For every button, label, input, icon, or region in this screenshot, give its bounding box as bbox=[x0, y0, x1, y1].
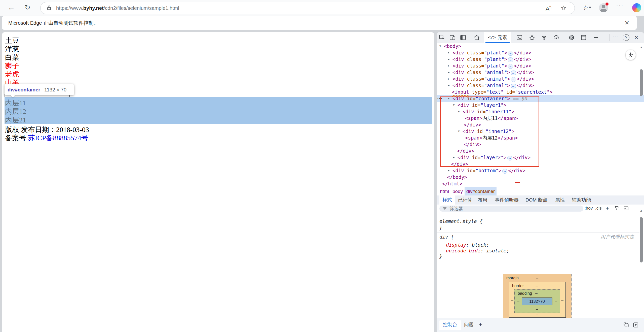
element-highlight-overlay: 内层11内层12内层21 bbox=[5, 97, 432, 124]
expander-right-icon[interactable]: ▸ bbox=[448, 167, 450, 174]
expander-right-icon[interactable]: ▸ bbox=[448, 82, 450, 89]
inline-expand-badge[interactable]: … bbox=[511, 71, 516, 75]
inline-expand-badge[interactable]: … bbox=[502, 169, 508, 174]
memory-chip-icon[interactable] bbox=[569, 34, 575, 41]
settings-menu-icon[interactable]: ··· bbox=[616, 2, 624, 9]
dom-row[interactable]: ▸<div class="plant">…</div> bbox=[437, 49, 644, 56]
div-selector[interactable]: div { bbox=[439, 234, 454, 240]
boxmodel-padding[interactable]: padding – – – – 1132×70 bbox=[514, 289, 560, 313]
inline-expand-badge[interactable]: … bbox=[508, 64, 513, 69]
dom-token: "text" bbox=[486, 89, 504, 95]
annotation-red-rectangle bbox=[440, 96, 539, 167]
format-brush-icon[interactable] bbox=[614, 206, 619, 212]
tab-elements[interactable]: </> 元素 bbox=[484, 32, 511, 43]
more-tabs-plus-icon[interactable] bbox=[593, 34, 599, 41]
dom-token: "plant" bbox=[484, 56, 504, 62]
performance-gauge-icon[interactable] bbox=[553, 34, 559, 41]
expander-right-icon[interactable]: ▸ bbox=[448, 56, 450, 62]
inspect-element-icon[interactable] bbox=[439, 34, 445, 41]
breadcrumb-item[interactable]: div#container bbox=[465, 187, 497, 196]
dom-token: > bbox=[504, 50, 507, 55]
dom-token: > bbox=[550, 89, 552, 95]
url-text[interactable]: https://www.byhy.net/cdn2/files/selenium… bbox=[56, 5, 179, 11]
inline-expand-badge[interactable]: … bbox=[508, 57, 513, 62]
breadcrumb-item[interactable]: html bbox=[438, 187, 451, 196]
read-aloud-icon[interactable]: A)) bbox=[546, 6, 551, 12]
dom-token: </div> bbox=[514, 56, 531, 62]
favorite-star-icon[interactable]: ☆ bbox=[561, 4, 566, 12]
styles-tab-item[interactable]: 事件侦听器 bbox=[492, 195, 522, 205]
drawer-tab[interactable]: 控制台 bbox=[439, 320, 461, 330]
dock-preview-icon[interactable] bbox=[623, 322, 629, 329]
dom-token: </html> bbox=[442, 181, 462, 186]
dom-row[interactable]: </body> bbox=[437, 174, 644, 180]
dom-token: > bbox=[507, 76, 510, 82]
favorites-list-icon[interactable]: ☆≡ bbox=[583, 4, 591, 12]
dom-row[interactable]: ▸<div class="plant">…</div> bbox=[437, 62, 644, 69]
styles-scrollbar-thumb[interactable] bbox=[640, 217, 643, 262]
boxmodel-content[interactable]: 1132×70 bbox=[522, 297, 552, 305]
inline-expand-badge[interactable]: … bbox=[511, 84, 516, 88]
icp-link[interactable]: 苏ICP备88885574号 bbox=[28, 134, 88, 142]
refresh-icon[interactable]: ↻ bbox=[25, 3, 30, 12]
toggle-class-editor[interactable]: .cls bbox=[595, 206, 602, 211]
dom-row[interactable]: ▸<div class="animal">…</div> bbox=[437, 69, 644, 76]
page-viewport: 内层11内层12内层21 div#container 1132 × 70 版权 … bbox=[2, 32, 434, 332]
dom-token: class= bbox=[464, 76, 484, 82]
styles-tab-item[interactable]: 属性 bbox=[552, 195, 568, 205]
accessibility-floating-button[interactable] bbox=[626, 50, 636, 60]
expander-right-icon[interactable]: ▸ bbox=[448, 69, 450, 76]
toggle-hover-state[interactable]: :hov bbox=[585, 206, 593, 211]
expander-right-icon[interactable]: ▸ bbox=[448, 49, 450, 56]
styles-filter-input[interactable]: 筛选器 bbox=[439, 206, 583, 212]
device-emulation-icon[interactable] bbox=[449, 34, 456, 41]
home-tab-icon[interactable] bbox=[473, 34, 480, 41]
styles-tab-item[interactable]: 布局 bbox=[475, 195, 490, 205]
application-storage-icon[interactable] bbox=[580, 34, 587, 41]
console-tab-icon[interactable] bbox=[516, 34, 523, 41]
breadcrumb-item[interactable]: body bbox=[451, 187, 465, 196]
devtools-close-icon[interactable]: × bbox=[634, 34, 638, 41]
devtools-help-icon[interactable]: ? bbox=[623, 34, 629, 41]
dom-row[interactable]: ▸<div class="animal">…</div> bbox=[437, 76, 644, 82]
dom-row[interactable]: ▾<body> bbox=[437, 43, 644, 49]
styles-tab-item[interactable]: 辅助功能 bbox=[569, 195, 594, 205]
layout-panel-icon[interactable] bbox=[460, 34, 466, 41]
boxmodel-border[interactable]: border – – – – padding – – – – 1132×70 bbox=[509, 282, 566, 318]
drawer-add-tab-plus[interactable]: + bbox=[479, 321, 482, 328]
styles-tab-item[interactable]: DOM 断点 bbox=[522, 195, 551, 205]
dom-row[interactable]: ▸<div class="plant">…</div> bbox=[437, 56, 644, 62]
expander-right-icon[interactable]: ▸ bbox=[448, 62, 450, 69]
devtools-more-icon[interactable]: ··· bbox=[613, 34, 618, 40]
network-wifi-icon[interactable] bbox=[541, 34, 547, 41]
notification-close-icon[interactable]: × bbox=[625, 18, 629, 27]
styles-tab-active[interactable]: 样式 bbox=[439, 195, 455, 205]
lock-icon[interactable] bbox=[46, 5, 52, 12]
plant-item: 土豆 bbox=[5, 37, 19, 45]
style-prop-unicode-bidi[interactable]: unicode-bidi: isolate; bbox=[446, 247, 509, 254]
sidebar-toggle-icon[interactable] bbox=[623, 206, 629, 212]
boxmodel-margin[interactable]: margin – – – border – – – – padding – – … bbox=[503, 274, 572, 324]
dom-scroll-up-icon[interactable]: ▲ bbox=[639, 45, 643, 49]
debugger-bug-icon[interactable] bbox=[529, 34, 535, 41]
expander-down-icon[interactable]: ▾ bbox=[439, 43, 441, 49]
new-style-rule-plus[interactable]: + bbox=[606, 205, 609, 212]
element-style-rule[interactable]: element.style { bbox=[439, 218, 483, 224]
expand-quickview-icon[interactable] bbox=[632, 322, 639, 329]
dom-scrollbar-thumb[interactable] bbox=[640, 69, 643, 96]
dom-row[interactable]: <input type="text" id="searchtext"> bbox=[437, 89, 644, 95]
dom-token: <div bbox=[452, 56, 464, 62]
inline-expand-badge[interactable]: … bbox=[508, 51, 513, 56]
dom-row[interactable]: </html> bbox=[437, 180, 644, 187]
drawer-tab[interactable]: 问题 bbox=[461, 320, 477, 330]
back-icon[interactable]: ← bbox=[8, 3, 15, 12]
dom-row[interactable]: ▸<div id="bottom">…</div> bbox=[437, 167, 644, 174]
devtools-panel: </> 元素 ··· ? × </html> bbox=[437, 32, 644, 332]
dom-row[interactable]: ▸<div class="animal">…</div> bbox=[437, 82, 644, 89]
copilot-icon[interactable] bbox=[632, 3, 641, 12]
address-bar[interactable]: https://www.byhy.net/cdn2/files/selenium… bbox=[40, 2, 575, 14]
styles-tab-item[interactable]: 已计算 bbox=[455, 195, 475, 205]
expander-right-icon[interactable]: ▸ bbox=[448, 76, 450, 82]
styles-scroll-up-icon[interactable]: ▲ bbox=[639, 209, 643, 212]
inline-expand-badge[interactable]: … bbox=[511, 77, 516, 82]
